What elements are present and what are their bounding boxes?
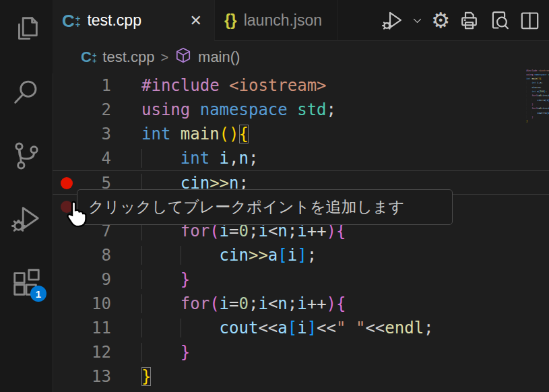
activity-bar: 1 (0, 0, 53, 392)
json-file-icon: {} (224, 12, 237, 28)
code-line[interactable]: 2using namespace std; (53, 98, 549, 122)
sidebar-item-source-control[interactable] (0, 124, 53, 187)
breadcrumb-separator: > (160, 50, 168, 65)
run-dropdown-button[interactable] (410, 13, 424, 28)
code-line[interactable]: 1#include <iostream> (53, 73, 549, 98)
tab-test-cpp[interactable]: C++ test.cpp ✕ (53, 0, 214, 41)
minimap[interactable]: #include <iostream>using namespace std;i… (522, 68, 549, 132)
split-editor-button[interactable] (517, 8, 542, 33)
breakpoint-dot-active[interactable] (61, 177, 73, 189)
code-line[interactable]: 10 for(i=0;i<n;i++){ (53, 292, 549, 316)
sidebar-item-run-debug[interactable] (0, 187, 53, 251)
breakpoint-gutter[interactable] (53, 267, 77, 292)
cpp-file-icon: C++ (81, 50, 96, 65)
tab-title: launch.json (244, 11, 322, 30)
code-line[interactable]: 11 cout<<a[i]<<" "<<endl; (53, 316, 549, 340)
close-tab-icon[interactable]: ✕ (187, 11, 205, 31)
breakpoint-gutter[interactable] (53, 98, 77, 122)
breakpoint-gutter[interactable] (53, 73, 77, 98)
editor-actions: ⚙ (338, 0, 549, 41)
breakpoint-gutter[interactable] (53, 316, 77, 340)
code-line[interactable]: 4 int i,n; (53, 146, 549, 170)
symbol-method-icon (174, 46, 192, 68)
search-document-icon (488, 9, 511, 32)
breadcrumb-file[interactable]: test.cpp (102, 48, 154, 66)
debug-play-bug-icon (381, 9, 403, 32)
breadcrumb: C++ test.cpp > main() (53, 41, 549, 73)
code-line[interactable]: 13} (53, 364, 549, 389)
breakpoint-gutter[interactable] (53, 146, 77, 170)
code-editor[interactable]: 1#include <iostream>2using namespace std… (53, 73, 549, 392)
line-number: 1 (77, 73, 111, 98)
gear-icon: ⚙ (431, 10, 450, 31)
code-text[interactable]: using namespace std; (111, 98, 336, 122)
settings-button[interactable]: ⚙ (430, 9, 451, 32)
breakpoint-gutter[interactable] (53, 122, 77, 146)
minimap-content: #include <iostream>using namespace std;i… (522, 68, 549, 123)
breakpoint-gutter[interactable] (53, 364, 77, 389)
minimap-line: } (522, 119, 549, 123)
code-text[interactable]: for(i=0;i<n;i++){ (111, 292, 346, 316)
line-number: 2 (77, 98, 111, 122)
extensions-icon: 1 (10, 266, 42, 298)
line-number: 11 (77, 316, 111, 340)
line-number: 10 (77, 292, 111, 316)
sidebar-item-explorer[interactable] (0, 0, 53, 61)
git-branch-icon (10, 139, 42, 172)
breakpoint-gutter[interactable] (53, 340, 77, 364)
breakpoint-gutter[interactable] (53, 292, 77, 316)
code-text[interactable]: int i,n; (111, 146, 258, 170)
line-number: 9 (77, 267, 111, 292)
tab-launch-json[interactable]: {} launch.json (214, 0, 338, 41)
breakpoint-tooltip: クリックしてブレークポイントを追加します (77, 189, 453, 225)
code-text[interactable]: int main(){ (111, 122, 249, 146)
sidebar-item-search[interactable] (0, 61, 53, 124)
cpp-file-icon: C++ (62, 12, 80, 30)
split-editor-icon (519, 9, 541, 32)
code-text[interactable]: cin>>a[i]; (111, 243, 317, 267)
line-number: 4 (77, 146, 111, 170)
extensions-badge: 1 (30, 286, 46, 302)
code-text[interactable]: #include <iostream> (111, 73, 327, 98)
code-line[interactable]: 3int main(){ (53, 122, 549, 146)
line-number: 8 (77, 243, 111, 267)
mouse-cursor-hand (62, 197, 89, 228)
breadcrumb-symbol[interactable]: main() (198, 48, 240, 66)
search-editor-button[interactable] (487, 8, 512, 33)
breakpoint-gutter[interactable] (53, 243, 77, 267)
code-text[interactable]: } (111, 364, 151, 389)
code-text[interactable]: cout<<a[i]<<" "<<endl; (111, 316, 434, 340)
code-line[interactable]: 8 cin>>a[i]; (53, 243, 549, 267)
run-or-debug-button[interactable] (380, 8, 405, 33)
vscode-window: 1 C++ test.cpp ✕ {} launch.json ⚙ (0, 0, 549, 392)
debug-play-bug-icon (10, 203, 42, 235)
code-text[interactable]: } (111, 267, 190, 292)
files-icon (10, 13, 42, 45)
line-number: 3 (77, 122, 111, 146)
tab-title: test.cpp (87, 11, 141, 30)
code-lines: 1#include <iostream>2using namespace std… (53, 73, 549, 389)
print-button[interactable] (457, 8, 482, 33)
editor-tab-bar: C++ test.cpp ✕ {} launch.json ⚙ (53, 0, 549, 41)
line-number: 12 (77, 340, 111, 364)
code-line[interactable]: 9 } (53, 267, 549, 292)
line-number: 13 (77, 364, 111, 389)
printer-icon (458, 9, 480, 32)
search-icon (10, 76, 42, 108)
code-line[interactable]: 12 } (53, 340, 549, 364)
code-text[interactable]: } (111, 340, 190, 364)
sidebar-item-extensions[interactable]: 1 (0, 251, 53, 314)
breakpoint-gutter[interactable] (53, 171, 77, 194)
chevron-down-icon (412, 15, 423, 26)
